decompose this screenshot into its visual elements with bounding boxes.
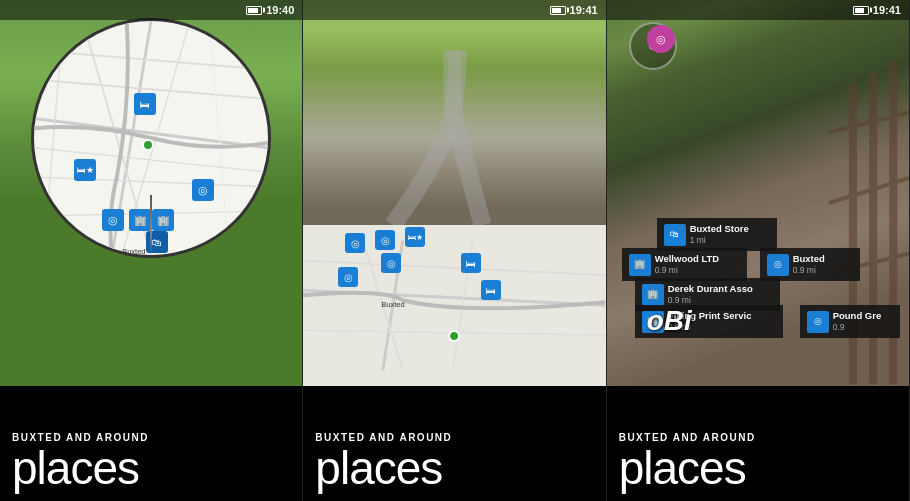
screen3-card-buxted-icon: ◎ (767, 254, 789, 276)
screen3-card-derek-icon: 🏢 (642, 284, 664, 306)
screen2-pin-hotel[interactable]: 🛏 (461, 253, 481, 273)
screen2-places-text: places (315, 445, 593, 491)
screen1-pin-target2-icon: ◎ (108, 214, 118, 227)
screen3-purple-icon-symbol: ◎ (656, 33, 666, 46)
screen2-pin-hotel-icon: 🛏 (466, 258, 476, 269)
screen2-pin-hotel-star-icon: 🛏★ (408, 233, 423, 242)
screen2-pin-target3-icon: ◎ (387, 258, 396, 269)
screen3-card-pound-row: ◎ Pound Gre 0.9 (807, 309, 893, 334)
screen3-card-wellwood-dist: 0.9 mi (655, 265, 720, 277)
screen3-card-buxted-title: Buxted (793, 252, 825, 265)
screen1-pin-building1-icon: 🏢 (134, 215, 146, 226)
screen2: 19:41 ◎ ◎ 🛏★ ◎ 🛏 (303, 0, 606, 501)
screen1-pin-target1[interactable]: ◎ (192, 179, 214, 201)
svg-line-7 (210, 21, 230, 255)
screen3-places-text: places (619, 445, 897, 491)
svg-line-10 (34, 148, 268, 172)
screen1-pin-building2[interactable]: 🏢 (152, 209, 174, 231)
screen2-battery-icon (550, 6, 566, 15)
screen1-pin-hotel1-icon: 🛏 (140, 99, 150, 110)
screen1-place-label: Buxted (122, 247, 145, 256)
screen3-card-wellwood-title: Wellwood LTD (655, 252, 720, 265)
screen3-card-wellwood-icon: 🏢 (629, 254, 651, 276)
screen3-card-buxted-row: ◎ Buxted 0.9 mi (767, 252, 853, 277)
screen1-pin-hotel-star[interactable]: 🛏★ (74, 159, 96, 181)
screen1-pin-target1-icon: ◎ (198, 184, 208, 197)
screen1-pin-building1[interactable]: 🏢 (129, 209, 151, 231)
screen2-pin-hotel2-icon: 🛏 (486, 285, 496, 296)
screen2-time: 19:41 (570, 4, 598, 16)
screen1-bottom-bar: BUXTED AND AROUND places (0, 386, 302, 501)
screen1-location-dot (142, 139, 154, 151)
screen1-map-circle[interactable]: B2102 🛏 ◎ 🛏★ ◎ 🏢 🏢 🛍 Buxted (31, 18, 271, 258)
screen3-card-wellwood[interactable]: 🏢 Wellwood LTD 0.9 mi (622, 248, 747, 281)
screen1: 19:40 B2102 (0, 0, 303, 501)
svg-line-8 (34, 50, 268, 70)
screen2-map-area[interactable]: ◎ ◎ 🛏★ ◎ 🛏 ◎ 🛏 Buxted (303, 225, 605, 386)
screen2-status-bar: 19:41 (303, 0, 605, 20)
screen3-card-buxted-store[interactable]: 🛍 Buxted Store 1 mi (657, 218, 777, 251)
screen2-pin-target4-icon: ◎ (344, 272, 353, 283)
screen3-card-buxted[interactable]: ◎ Buxted 0.9 mi (760, 248, 860, 281)
screen1-status-bar: 19:40 (0, 0, 302, 20)
screen1-compass-needle (150, 195, 152, 255)
screen3-card-derek-row: 🏢 Derek Durant Asso 0.9 mi (642, 282, 773, 307)
screen2-pin-target2-icon: ◎ (381, 235, 390, 246)
screen3-card-wellwood-row: 🏢 Wellwood LTD 0.9 mi (629, 252, 740, 277)
screen3-card-pound[interactable]: ◎ Pound Gre 0.9 (800, 305, 900, 338)
screen3-battery-icon (853, 6, 869, 15)
screen2-pin-target3[interactable]: ◎ (381, 253, 401, 273)
screen1-pin-bag-icon: 🛍 (152, 237, 162, 248)
screen3: 19:41 ◎ oBi 🛍 Buxted Store 1 mi 🏢 Wellwo… (607, 0, 910, 501)
screen2-location-dot (448, 330, 460, 342)
screen3-card-buxted-store-title: Buxted Store (690, 222, 749, 235)
screen1-road-label: B2102 (228, 39, 255, 48)
screen3-card-pound-dist: 0.9 (833, 322, 882, 334)
screen1-pin-target2[interactable]: ◎ (102, 209, 124, 231)
screen3-bottom-bar: BUXTED AND AROUND places (607, 386, 909, 501)
screen1-places-text: places (12, 445, 290, 491)
screen3-card-buxted-dist: 0.9 mi (793, 265, 825, 277)
screen3-card-pound-icon: ◎ (807, 311, 829, 333)
screen3-status-bar: 19:41 (607, 0, 909, 20)
screen2-pin-target1-icon: ◎ (351, 238, 360, 249)
screen2-place-label: Buxted (381, 300, 404, 309)
screen3-time: 19:41 (873, 4, 901, 16)
screen3-purple-icon: ◎ (647, 25, 675, 53)
screen2-pin-hotel2[interactable]: 🛏 (481, 280, 501, 300)
screen2-pin-target4[interactable]: ◎ (338, 267, 358, 287)
screen3-card-buxted-store-icon: 🛍 (664, 224, 686, 246)
screen3-card-derek-title: Derek Durant Asso (668, 282, 753, 295)
svg-line-9 (44, 21, 64, 255)
screen2-pin-target2[interactable]: ◎ (375, 230, 395, 250)
screen2-pin-target1[interactable]: ◎ (345, 233, 365, 253)
screen1-time: 19:40 (266, 4, 294, 16)
svg-line-4 (34, 177, 268, 187)
screen1-pin-hotel-star-icon: 🛏★ (77, 165, 94, 175)
screen2-pin-hotel-star[interactable]: 🛏★ (405, 227, 425, 247)
screen3-card-pound-title: Pound Gre (833, 309, 882, 322)
screen1-battery-icon (246, 6, 262, 15)
screen1-pin-building2-icon: 🏢 (157, 215, 169, 226)
screen3-card-buxted-store-dist: 1 mi (690, 235, 749, 247)
screen2-bottom-bar: BUXTED AND AROUND places (303, 386, 605, 501)
screen1-pin-hotel1[interactable]: 🛏 (134, 93, 156, 115)
screen3-card-buxted-store-row: 🛍 Buxted Store 1 mi (664, 222, 770, 247)
screen3-obi-text: oBi (647, 305, 692, 337)
